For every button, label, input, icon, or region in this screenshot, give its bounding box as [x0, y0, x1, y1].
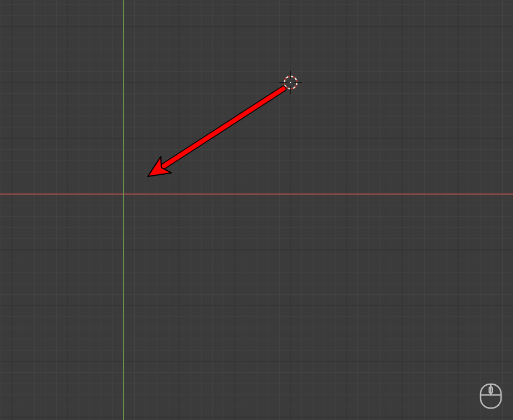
viewport-3d[interactable] [0, 0, 513, 420]
mouse-icon [479, 382, 503, 410]
grid [0, 0, 513, 420]
